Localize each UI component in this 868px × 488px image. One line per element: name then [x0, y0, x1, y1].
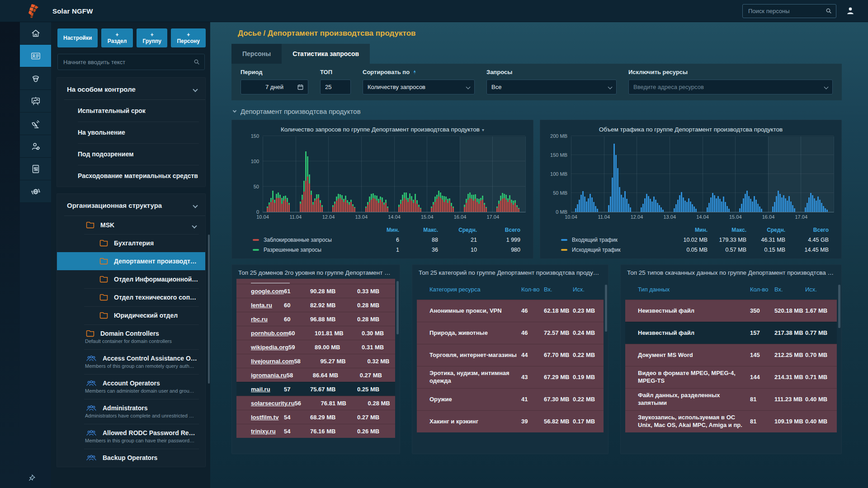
domain-link[interactable]: lostfilm.tv [251, 414, 284, 421]
chart-bar [382, 197, 383, 212]
rail-item-globe-sync[interactable] [20, 180, 51, 203]
org-section-header[interactable]: Организационная структура [57, 194, 205, 216]
tree-item[interactable]: Юридический отдел [57, 306, 205, 324]
chart-bar [610, 197, 611, 212]
domain-link[interactable]: solarsecurity.ru [251, 400, 295, 407]
tree-item[interactable]: Account OperatorsMembers can administer … [57, 374, 205, 399]
tree-item[interactable]: Allowed RODC Password Replicatio…Members… [57, 424, 205, 449]
scrollbar-thumb[interactable] [605, 285, 607, 332]
sidebar-search-input[interactable] [57, 54, 205, 70]
user-menu-button[interactable] [845, 6, 855, 16]
tree-item[interactable]: Domain ControllersDefault container for … [57, 324, 205, 349]
domain-link[interactable]: mail.ru [251, 386, 284, 393]
chart-bar [380, 197, 381, 212]
tab-статистика-запросов[interactable]: Статистика запросов [282, 44, 370, 64]
cell-traffic-in: 67.29 MB [544, 374, 573, 381]
domain-link[interactable]: igromania.ru [251, 372, 287, 379]
tree-item[interactable]: Backup Operators [57, 449, 205, 467]
tree-item[interactable]: Депортамент производтсва … [57, 252, 205, 270]
requests-select[interactable]: Все [486, 80, 617, 94]
tree-item-label: Отдел Информационной Безо… [114, 276, 199, 283]
domain-link[interactable]: rbc.ru [251, 316, 284, 323]
chart-bar [309, 174, 310, 212]
topbar-right [742, 4, 855, 18]
cell-traffic-out: 0.27 MB [357, 414, 395, 421]
sidebar-action-button-3[interactable]: + Персону [171, 28, 206, 47]
rail-item-persons-card[interactable] [20, 45, 51, 67]
chart-bar [591, 197, 593, 212]
topbar: Solar NGFW [0, 0, 868, 22]
sidebar-action-button-1[interactable]: + Раздел [101, 28, 133, 47]
rail-item-dashboard-chart[interactable] [20, 90, 51, 113]
column-header: Вх. [774, 286, 805, 293]
tree-item[interactable]: Access Control Assistance OperatorsMembe… [57, 349, 205, 374]
officer-icon [31, 74, 41, 84]
watch-section-header[interactable]: На особом контроле [57, 78, 205, 100]
table-title: Топ 25 доменов 2го уровня по группе Депо… [232, 265, 400, 279]
exclude-resources-field[interactable] [633, 84, 825, 90]
rail-item-satellite[interactable] [20, 113, 51, 135]
chart-bar [788, 196, 790, 212]
tree-item[interactable]: AdministratorsAdministrators have comple… [57, 399, 205, 424]
chart-title-caret[interactable]: ▾ [482, 127, 484, 132]
chart-bar [340, 194, 341, 212]
tree-item[interactable]: MSK [57, 216, 205, 234]
sidebar: Настройки+ Раздел+ Группу+ Персону На ос… [51, 22, 210, 488]
watch-list-item[interactable]: Расходование материальных средств [57, 165, 205, 187]
period-input[interactable]: 7 дней [241, 80, 308, 94]
chart-bar [677, 200, 679, 212]
sidebar-action-button-0[interactable]: Настройки [57, 28, 98, 47]
tree-item-label: Account Operators [103, 380, 160, 387]
tree-item[interactable]: Бухгалтерия [57, 234, 205, 252]
chart-bar [823, 206, 824, 212]
domain-link[interactable]: google.com [251, 288, 284, 295]
chart-title: Объем трафика по группе Депортамент прои… [547, 126, 834, 133]
domain-link[interactable]: trinixy.ru [251, 428, 284, 435]
sidebar-scrollbar[interactable] [208, 235, 210, 384]
rail-item-home[interactable] [20, 22, 51, 45]
cell-traffic-out: 0.33 MB [357, 288, 395, 295]
exclude-resources-input[interactable] [628, 80, 833, 94]
chevron-down-icon [466, 85, 471, 89]
period-label: Период [241, 69, 308, 75]
scrollbar-thumb[interactable] [396, 281, 399, 334]
rail-item-officer[interactable] [20, 67, 51, 90]
sidebar-action-button-2[interactable]: + Группу [137, 28, 168, 47]
watch-list-item[interactable]: Испытательный срок [57, 100, 205, 122]
tab-персоны[interactable]: Персоны [231, 44, 282, 64]
rail-item-user-settings[interactable] [20, 135, 51, 158]
group-header[interactable]: Депортамент производтсва продуктов [233, 108, 842, 115]
chart-day-column [604, 136, 637, 212]
calendar-icon[interactable] [297, 84, 304, 90]
chart-bar [281, 198, 283, 212]
top-input[interactable]: 25 [320, 80, 351, 94]
legend-swatch-icon [253, 239, 259, 241]
domain-link[interactable]: pornhub.com [251, 330, 288, 337]
brand: Solar NGFW [25, 3, 93, 19]
search-icon[interactable] [825, 7, 832, 14]
domain-link[interactable]: livejournal.com [251, 358, 294, 365]
rail-item-report-settings[interactable] [20, 158, 51, 180]
cell-traffic-in: 111.23 MB [774, 396, 805, 404]
sort-select[interactable]: Количеству запросов [363, 80, 475, 94]
tree-item[interactable]: Отдел технического сопровож… [57, 288, 205, 306]
person-search-input[interactable] [742, 4, 836, 18]
chart-bar [651, 202, 653, 212]
chart-bar [819, 200, 821, 212]
sort-direction-icon[interactable]: ▲▼ [413, 70, 416, 75]
tree-item[interactable]: Отдел Информационной Безо… [57, 270, 205, 288]
scrollbar-thumb[interactable] [838, 285, 840, 328]
pin-icon[interactable] [28, 474, 36, 482]
x-axis: 10.0411.0412.0413.0414.0415.0416.0417.04 [263, 212, 526, 221]
search-icon[interactable] [193, 58, 200, 66]
watch-list-item[interactable]: На увольнение [57, 122, 205, 143]
chart-bar [285, 196, 286, 212]
domain-link[interactable]: lenta.ru [251, 302, 284, 309]
chart-bar [653, 197, 655, 212]
cell-category-name: Торговля, интернет-магазины [429, 352, 521, 359]
watch-list-item[interactable]: Под подозрением [57, 143, 205, 165]
cell-traffic-out: 0.71 MB [805, 374, 832, 381]
chart-bar [411, 196, 412, 212]
chart-bar [588, 198, 589, 212]
domain-link[interactable]: wikipedia.org [251, 344, 288, 351]
